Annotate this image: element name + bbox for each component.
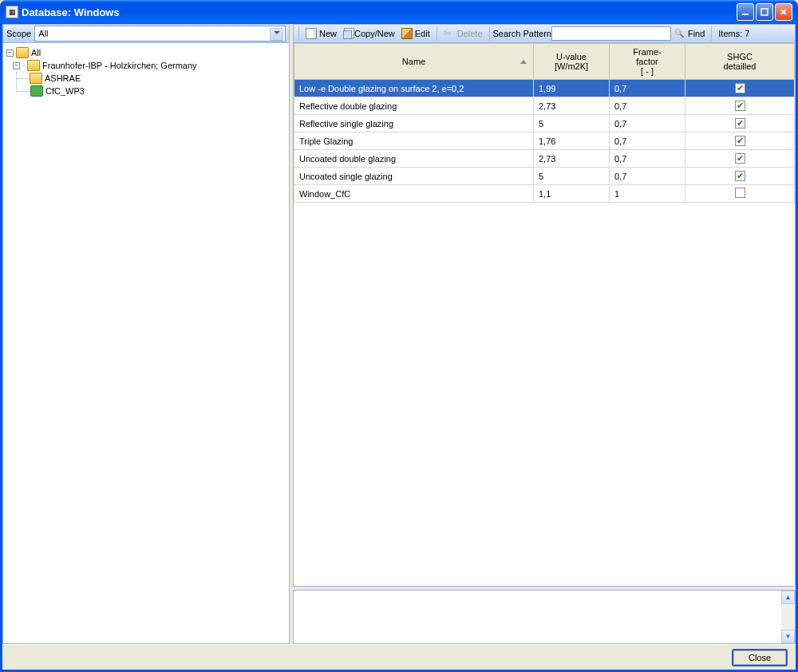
cell-name: Reflective double glazing xyxy=(294,97,534,115)
cell-shgc xyxy=(685,150,795,168)
folder-multi-icon xyxy=(16,47,29,58)
scissors-icon xyxy=(444,28,455,39)
cell-uvalue: 5 xyxy=(534,168,610,185)
search-label: Search Pattern xyxy=(493,29,551,38)
copy-new-button[interactable]: Copy/New xyxy=(340,26,398,42)
checkbox-icon[interactable] xyxy=(735,188,745,198)
edit-label: Edit xyxy=(415,29,430,38)
table-row[interactable]: Reflective single glazing50,7 xyxy=(294,115,795,132)
cell-shgc xyxy=(685,185,795,203)
scope-bar: Scope All xyxy=(2,24,290,43)
scope-value: All xyxy=(38,29,48,38)
close-button[interactable]: Close xyxy=(732,649,788,666)
tree-view[interactable]: − All − Fraunhofer-IBP - Holzkirchen; Ge… xyxy=(2,43,290,644)
table-row[interactable]: Triple Glazing1,760,7 xyxy=(294,132,795,150)
binoculars-icon xyxy=(674,28,685,39)
tree-item[interactable]: − Fraunhofer-IBP - Holzkirchen; Germany xyxy=(6,59,286,72)
edit-button[interactable]: Edit xyxy=(398,26,433,42)
cell-uvalue: 1,76 xyxy=(534,132,610,150)
maximize-button[interactable] xyxy=(756,3,773,21)
column-header-name[interactable]: Name xyxy=(294,44,534,80)
checkbox-icon[interactable] xyxy=(735,83,745,93)
table-row[interactable]: Low -e Double glazing on surface 2, e=0,… xyxy=(294,80,795,97)
copy-label: Copy/New xyxy=(354,29,395,38)
table-row[interactable]: Reflective double glazing2,730,7 xyxy=(294,97,795,115)
edit-icon xyxy=(401,28,413,39)
folder-icon xyxy=(30,73,42,84)
scope-label: Scope xyxy=(6,29,31,38)
app-icon: ▦ xyxy=(6,6,18,18)
new-label: New xyxy=(319,29,337,38)
detail-panel: ▲ ▼ xyxy=(293,590,796,644)
collapse-icon[interactable]: − xyxy=(6,49,14,57)
scrollbar-vertical[interactable]: ▲ ▼ xyxy=(781,591,795,643)
delete-label: Delete xyxy=(457,29,483,38)
folder-icon xyxy=(27,60,40,71)
database-icon xyxy=(30,85,43,97)
cell-shgc xyxy=(685,168,795,185)
tree-item[interactable]: CfC_WP3 xyxy=(6,85,286,97)
table-row[interactable]: Window_CfC1,11 xyxy=(294,185,795,203)
tree-item[interactable]: ASHRAE xyxy=(6,72,286,85)
cell-frame: 0,7 xyxy=(610,115,685,132)
data-table: Name U-value [W/m2K] Frame- factor [ - ]… xyxy=(293,43,796,587)
checkbox-icon[interactable] xyxy=(735,153,745,164)
cell-name: Low -e Double glazing on surface 2, e=0,… xyxy=(294,80,534,97)
cell-uvalue: 1,99 xyxy=(534,80,610,97)
cell-name: Uncoated single glazing xyxy=(294,168,534,185)
cell-uvalue: 2,73 xyxy=(534,150,610,168)
column-header-uvalue[interactable]: U-value [W/m2K] xyxy=(534,44,610,80)
items-count: Items: 7 xyxy=(718,29,749,38)
cell-frame: 0,7 xyxy=(610,168,685,185)
cell-shgc xyxy=(685,115,795,132)
cell-shgc xyxy=(685,132,795,150)
scope-select[interactable]: All xyxy=(34,26,286,42)
chevron-down-icon xyxy=(274,31,280,34)
cell-name: Reflective single glazing xyxy=(294,115,534,132)
cell-name: Triple Glazing xyxy=(294,132,534,150)
cell-frame: 0,7 xyxy=(610,97,685,115)
cell-uvalue: 2,73 xyxy=(534,97,610,115)
cell-shgc xyxy=(685,97,795,115)
new-icon xyxy=(306,28,317,39)
cell-uvalue: 1,1 xyxy=(534,185,610,203)
checkbox-icon[interactable] xyxy=(735,136,745,146)
cell-name: Window_CfC xyxy=(294,185,534,203)
tree-label: All xyxy=(31,48,41,57)
collapse-icon[interactable]: − xyxy=(13,62,20,69)
column-header-frame[interactable]: Frame- factor [ - ] xyxy=(610,44,685,80)
scroll-up-button[interactable]: ▲ xyxy=(781,591,795,604)
table-row[interactable]: Uncoated double glazing2,730,7 xyxy=(294,150,795,168)
cell-frame: 0,7 xyxy=(610,132,685,150)
cell-frame: 0,7 xyxy=(610,80,685,97)
tree-label: ASHRAE xyxy=(45,73,81,83)
cell-frame: 1 xyxy=(610,185,685,203)
cell-frame: 0,7 xyxy=(610,150,685,168)
scroll-down-button[interactable]: ▼ xyxy=(781,630,795,643)
new-button[interactable]: New xyxy=(302,26,340,42)
find-label: Find xyxy=(688,29,705,38)
delete-button: Delete xyxy=(440,26,486,42)
column-header-shgc[interactable]: SHGC detailled xyxy=(685,44,795,80)
close-window-button[interactable] xyxy=(775,3,792,21)
checkbox-icon[interactable] xyxy=(735,101,745,111)
cell-shgc xyxy=(685,80,795,97)
svg-rect-0 xyxy=(742,14,749,15)
app-window: ▦ Database: Windows Scope All xyxy=(0,0,798,672)
cell-uvalue: 5 xyxy=(534,115,610,132)
footer: Close xyxy=(2,644,796,670)
table-row[interactable]: Uncoated single glazing50,7 xyxy=(294,168,795,185)
find-button[interactable]: Find xyxy=(671,26,708,42)
checkbox-icon[interactable] xyxy=(735,171,745,181)
checkbox-icon[interactable] xyxy=(735,118,745,128)
sort-asc-icon xyxy=(520,60,527,64)
cell-name: Uncoated double glazing xyxy=(294,150,534,168)
search-input[interactable] xyxy=(551,26,671,41)
svg-rect-1 xyxy=(761,9,768,15)
tree-label: CfC_WP3 xyxy=(45,86,85,96)
tree-root[interactable]: − All xyxy=(6,46,286,59)
minimize-button[interactable] xyxy=(737,3,754,21)
copy-icon xyxy=(343,30,352,39)
window-title: Database: Windows xyxy=(22,6,737,18)
titlebar[interactable]: ▦ Database: Windows xyxy=(2,0,796,24)
